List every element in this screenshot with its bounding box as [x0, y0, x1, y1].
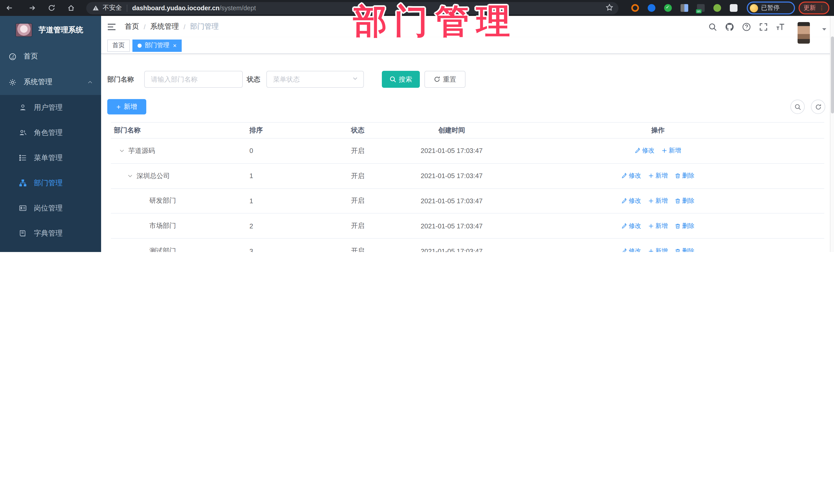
status-select[interactable]: 菜单状态: [266, 71, 364, 88]
show-search-toggle-icon[interactable]: [790, 100, 805, 114]
breadcrumb-item-系统管理[interactable]: 系统管理: [150, 22, 179, 31]
table-row: 深圳总公司1开启2021-01-05 17:03:47修改新增删除: [111, 164, 824, 189]
table-tools: [790, 100, 825, 114]
search-button-label: 搜索: [399, 75, 412, 84]
dept-status: 开启: [345, 246, 412, 252]
sidebar-item-字典管理[interactable]: 字典管理: [0, 221, 101, 246]
hamburger-icon[interactable]: [107, 23, 116, 30]
ext-green-check-icon[interactable]: ✓: [664, 4, 672, 12]
page-scrollbar-thumb[interactable]: [831, 37, 834, 113]
header-actions: [708, 10, 827, 44]
dept-table: 部门名称 排序 状态 创建时间 操作 芋道源码0开启2021-01-05 17:…: [111, 122, 824, 252]
dept-name: 市场部门: [149, 221, 176, 231]
sidebar-item-label: 首页: [24, 52, 38, 61]
action-label: 新增: [655, 197, 668, 205]
delete-action-link[interactable]: 删除: [675, 247, 695, 252]
edit-icon: [621, 223, 627, 229]
tab-dept-management[interactable]: 部门管理 ×: [132, 39, 182, 51]
app-logo-image: [15, 23, 32, 37]
breadcrumb-separator: /: [183, 23, 185, 30]
sidebar-item-用户管理[interactable]: 用户管理: [0, 95, 101, 120]
sidebar-item-系统管理[interactable]: 系统管理: [0, 69, 101, 95]
reset-button[interactable]: 重置: [424, 71, 465, 88]
browser-home-icon[interactable]: [67, 4, 75, 12]
omnibox-divider: [127, 4, 127, 12]
dept-created-time: 2021-01-05 17:03:47: [412, 147, 492, 155]
ext-grid-icon[interactable]: [681, 4, 688, 12]
delete-action-link[interactable]: 删除: [675, 171, 695, 180]
address-bar[interactable]: 不安全 dashboard.yudao.iocoder.cn/system/de…: [86, 2, 618, 14]
ext-on-badge-icon[interactable]: on: [697, 4, 705, 12]
search-button-icon: [390, 76, 396, 83]
sidebar-logo-row[interactable]: 芋道管理系统: [0, 16, 101, 44]
action-label: 删除: [682, 247, 695, 252]
reset-button-label: 重置: [443, 75, 456, 84]
table-body: 芋道源码0开启2021-01-05 17:03:47修改新增深圳总公司1开启20…: [111, 138, 824, 252]
dept-sort: 0: [242, 147, 345, 155]
status-select-placeholder: 菜单状态: [273, 75, 300, 84]
add-action-link[interactable]: 新增: [648, 171, 668, 180]
row-actions: 修改新增删除: [492, 171, 824, 180]
plus-icon: [648, 248, 654, 252]
main-area: 首页/系统管理/部门管理 首页 部门管理 ×: [101, 16, 834, 252]
dept-status: 开启: [345, 146, 412, 155]
help-icon[interactable]: [742, 22, 751, 31]
sidebar-item-岗位管理[interactable]: 岗位管理: [0, 196, 101, 221]
edit-action-link[interactable]: 修改: [621, 197, 641, 205]
action-label: 删除: [682, 171, 695, 180]
dept-created-time: 2021-01-05 17:03:47: [412, 197, 492, 205]
sidebar-item-通知公告[interactable]: 通知公告: [0, 246, 101, 252]
plus-icon: +: [116, 103, 120, 110]
edit-icon: [635, 148, 640, 154]
plus-icon: [648, 223, 654, 229]
add-button-label: 新增: [124, 102, 137, 111]
search-button[interactable]: 搜索: [382, 71, 420, 88]
ext-blue-pin-icon[interactable]: [648, 4, 655, 12]
edit-action-link[interactable]: 修改: [621, 222, 641, 231]
add-action-link[interactable]: 新增: [648, 222, 668, 231]
sidebar-item-label: 岗位管理: [34, 203, 63, 213]
sidebar-item-部门管理[interactable]: 部门管理: [0, 170, 101, 196]
github-icon[interactable]: [725, 22, 734, 31]
breadcrumb-item-部门管理: 部门管理: [190, 22, 219, 31]
delete-action-link[interactable]: 删除: [675, 222, 695, 231]
breadcrumb-item-首页[interactable]: 首页: [125, 22, 139, 31]
dept-name-input[interactable]: [144, 71, 243, 88]
font-size-icon[interactable]: [775, 22, 785, 31]
dashboard-icon: [8, 52, 17, 61]
add-action-link[interactable]: 新增: [662, 147, 681, 155]
tree-expand-caret-icon[interactable]: [127, 173, 133, 179]
tab-close-icon[interactable]: ×: [173, 42, 177, 48]
user-avatar[interactable]: [797, 22, 810, 44]
active-tab-dot: [137, 43, 142, 47]
page-scrollbar[interactable]: [830, 16, 834, 252]
search-icon[interactable]: [708, 22, 717, 31]
tab-home[interactable]: 首页: [107, 39, 130, 51]
reset-button-icon: [434, 76, 440, 83]
edit-action-link[interactable]: 修改: [621, 247, 641, 252]
table-header-row: 部门名称 排序 状态 创建时间 操作: [111, 122, 824, 138]
delete-action-link[interactable]: 删除: [675, 197, 695, 205]
edit-action-link[interactable]: 修改: [635, 147, 654, 155]
sidebar-item-角色管理[interactable]: 角色管理: [0, 120, 101, 145]
browser-reload-icon[interactable]: [47, 4, 56, 12]
sidebar-item-首页[interactable]: 首页: [0, 44, 101, 69]
browser-forward-icon[interactable]: [28, 4, 37, 12]
plus-icon: [648, 173, 654, 179]
fullscreen-icon[interactable]: [759, 22, 768, 31]
security-label[interactable]: 不安全: [103, 4, 122, 12]
sidebar-item-label: 菜单管理: [34, 153, 63, 162]
avatar-caret-down-icon[interactable]: [822, 25, 827, 34]
bookmark-star-icon[interactable]: [606, 3, 613, 13]
refresh-table-icon[interactable]: [811, 100, 825, 114]
ext-orange-ring-icon[interactable]: [631, 4, 639, 12]
add-action-link[interactable]: 新增: [648, 197, 668, 205]
edit-action-link[interactable]: 修改: [621, 171, 641, 180]
browser-back-icon[interactable]: [5, 4, 14, 12]
add-button[interactable]: + 新增: [107, 99, 146, 114]
table-row: 市场部门2开启2021-01-05 17:03:47修改新增删除: [111, 214, 824, 239]
sidebar-item-菜单管理[interactable]: 菜单管理: [0, 145, 101, 170]
tab-dept-label: 部门管理: [145, 41, 169, 50]
add-action-link[interactable]: 新增: [648, 247, 668, 252]
tree-expand-caret-icon[interactable]: [119, 148, 125, 154]
